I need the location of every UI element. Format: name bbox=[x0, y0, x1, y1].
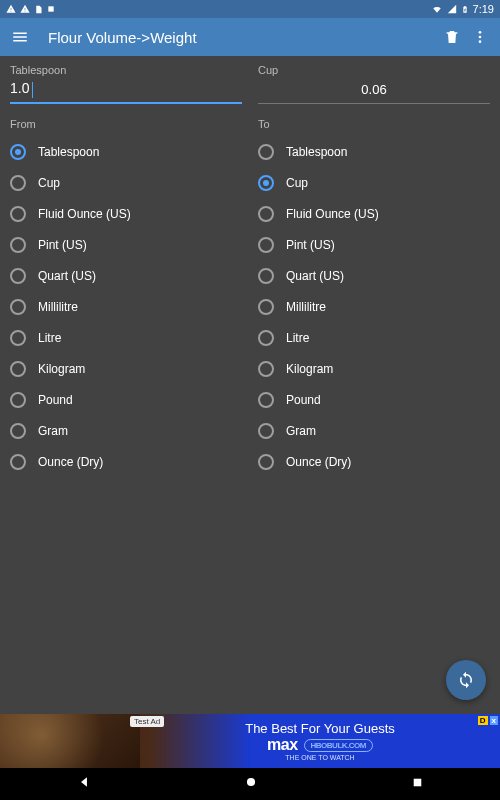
battery-icon bbox=[461, 4, 469, 15]
delete-button[interactable] bbox=[438, 23, 466, 51]
from-radio-gram[interactable]: Gram bbox=[10, 415, 242, 446]
radio-outer bbox=[258, 206, 274, 222]
from-section-label: From bbox=[10, 118, 242, 130]
to-value-text: 0.06 bbox=[258, 78, 490, 97]
square-icon bbox=[47, 5, 55, 13]
svg-point-1 bbox=[479, 31, 482, 34]
svg-rect-0 bbox=[48, 6, 53, 11]
doc-icon bbox=[34, 5, 43, 14]
radio-label: Kilogram bbox=[286, 362, 333, 376]
from-radio-litre[interactable]: Litre bbox=[10, 322, 242, 353]
ad-cta: HBOBULK.COM bbox=[304, 739, 373, 752]
from-radio-quart-us-[interactable]: Quart (US) bbox=[10, 260, 242, 291]
from-radio-list: TablespoonCupFluid Ounce (US)Pint (US)Qu… bbox=[10, 136, 242, 477]
radio-outer bbox=[10, 330, 26, 346]
radio-label: Litre bbox=[286, 331, 309, 345]
radio-outer bbox=[10, 361, 26, 377]
from-radio-pound[interactable]: Pound bbox=[10, 384, 242, 415]
nav-back[interactable] bbox=[77, 775, 91, 793]
radio-label: Tablespoon bbox=[286, 145, 347, 159]
from-column: Tablespoon From TablespoonCupFluid Ounce… bbox=[10, 62, 242, 477]
radio-outer bbox=[258, 392, 274, 408]
to-radio-list: TablespoonCupFluid Ounce (US)Pint (US)Qu… bbox=[258, 136, 490, 477]
from-value-input-wrapper[interactable] bbox=[10, 78, 242, 104]
signal-icon bbox=[447, 4, 457, 14]
radio-label: Gram bbox=[38, 424, 68, 438]
radio-label: Fluid Ounce (US) bbox=[286, 207, 379, 221]
ad-close[interactable]: x bbox=[490, 716, 498, 725]
to-radio-tablespoon[interactable]: Tablespoon bbox=[258, 136, 490, 167]
to-radio-pound[interactable]: Pound bbox=[258, 384, 490, 415]
radio-outer bbox=[10, 392, 26, 408]
ad-badge: D bbox=[478, 716, 488, 725]
from-radio-fluid-ounce-us-[interactable]: Fluid Ounce (US) bbox=[10, 198, 242, 229]
status-time: 7:19 bbox=[473, 3, 494, 15]
from-radio-pint-us-[interactable]: Pint (US) bbox=[10, 229, 242, 260]
radio-inner bbox=[15, 149, 21, 155]
to-unit-label: Cup bbox=[258, 64, 490, 76]
to-radio-quart-us-[interactable]: Quart (US) bbox=[258, 260, 490, 291]
radio-inner bbox=[263, 180, 269, 186]
to-radio-kilogram[interactable]: Kilogram bbox=[258, 353, 490, 384]
from-radio-cup[interactable]: Cup bbox=[10, 167, 242, 198]
to-column: Cup 0.06 To TablespoonCupFluid Ounce (US… bbox=[258, 62, 490, 477]
nav-recent[interactable] bbox=[411, 775, 424, 793]
radio-outer bbox=[258, 454, 274, 470]
from-radio-ounce-dry-[interactable]: Ounce (Dry) bbox=[10, 446, 242, 477]
radio-label: Gram bbox=[286, 424, 316, 438]
radio-outer bbox=[258, 175, 274, 191]
radio-outer bbox=[10, 237, 26, 253]
ad-subline: THE ONE TO WATCH bbox=[285, 754, 354, 761]
text-cursor bbox=[32, 82, 33, 98]
ad-banner[interactable]: Test Ad The Best For Your Guests max HBO… bbox=[0, 714, 500, 768]
ad-brand: max bbox=[267, 736, 298, 754]
to-radio-millilitre[interactable]: Millilitre bbox=[258, 291, 490, 322]
swap-fab[interactable] bbox=[446, 660, 486, 700]
ad-headline: The Best For Your Guests bbox=[245, 721, 395, 736]
to-radio-fluid-ounce-us-[interactable]: Fluid Ounce (US) bbox=[258, 198, 490, 229]
to-radio-gram[interactable]: Gram bbox=[258, 415, 490, 446]
to-value-display[interactable]: 0.06 bbox=[258, 78, 490, 104]
radio-label: Kilogram bbox=[38, 362, 85, 376]
to-radio-ounce-dry-[interactable]: Ounce (Dry) bbox=[258, 446, 490, 477]
radio-label: Pint (US) bbox=[286, 238, 335, 252]
radio-label: Pound bbox=[286, 393, 321, 407]
radio-outer bbox=[258, 330, 274, 346]
menu-button[interactable] bbox=[6, 23, 34, 51]
more-button[interactable] bbox=[466, 23, 494, 51]
wifi-icon bbox=[431, 4, 443, 14]
to-radio-litre[interactable]: Litre bbox=[258, 322, 490, 353]
from-radio-tablespoon[interactable]: Tablespoon bbox=[10, 136, 242, 167]
radio-outer bbox=[10, 454, 26, 470]
radio-label: Millilitre bbox=[286, 300, 326, 314]
radio-outer bbox=[258, 237, 274, 253]
ad-test-label: Test Ad bbox=[130, 716, 164, 727]
svg-rect-5 bbox=[413, 779, 421, 787]
nav-bar bbox=[0, 768, 500, 800]
svg-point-3 bbox=[479, 40, 482, 43]
radio-label: Tablespoon bbox=[38, 145, 99, 159]
radio-outer bbox=[258, 268, 274, 284]
svg-point-2 bbox=[479, 36, 482, 39]
page-title: Flour Volume->Weight bbox=[48, 29, 438, 46]
nav-home[interactable] bbox=[244, 775, 258, 793]
from-radio-kilogram[interactable]: Kilogram bbox=[10, 353, 242, 384]
radio-outer bbox=[258, 361, 274, 377]
radio-outer bbox=[258, 144, 274, 160]
status-bar: 7:19 bbox=[0, 0, 500, 18]
radio-outer bbox=[10, 175, 26, 191]
more-vert-icon bbox=[472, 29, 488, 45]
radio-label: Litre bbox=[38, 331, 61, 345]
from-value-input[interactable] bbox=[10, 78, 242, 98]
warning-icon bbox=[20, 4, 30, 14]
trash-icon bbox=[444, 29, 460, 45]
to-radio-cup[interactable]: Cup bbox=[258, 167, 490, 198]
radio-outer bbox=[10, 299, 26, 315]
from-radio-millilitre[interactable]: Millilitre bbox=[10, 291, 242, 322]
radio-label: Ounce (Dry) bbox=[38, 455, 103, 469]
radio-outer bbox=[258, 423, 274, 439]
radio-label: Quart (US) bbox=[286, 269, 344, 283]
radio-label: Cup bbox=[38, 176, 60, 190]
to-radio-pint-us-[interactable]: Pint (US) bbox=[258, 229, 490, 260]
radio-label: Pound bbox=[38, 393, 73, 407]
